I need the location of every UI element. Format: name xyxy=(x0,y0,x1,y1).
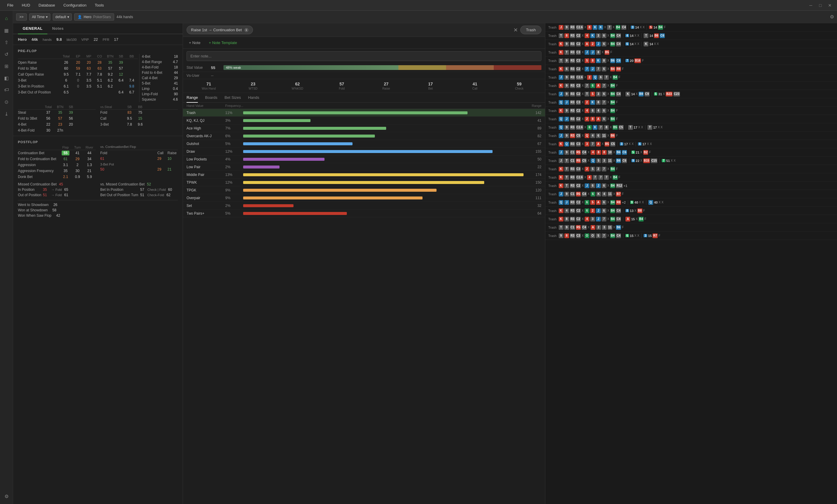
close-button[interactable]: ✕ xyxy=(826,1,834,10)
minimize-button[interactable]: ─ xyxy=(807,1,815,10)
note-close-button[interactable]: ✕ xyxy=(513,27,518,33)
range-row-tpwk[interactable]: TPWK 12% 150 xyxy=(183,179,545,186)
menu-hud[interactable]: HUD xyxy=(18,2,34,8)
sidebar-settings-icon[interactable]: ⚙ xyxy=(1,491,12,502)
menu-database[interactable]: Database xyxy=(34,2,59,8)
range-row-overcards[interactable]: Overcards AK-J 6% 82 xyxy=(183,132,545,140)
stat-fold-3bet: Fold to 3Bet 60 59 63 63 57 57 xyxy=(18,66,138,72)
hand-row[interactable]: Trash J9C1R5C4 X 48810 X B6C6 521XB2F xyxy=(545,148,837,156)
sidebar-database-icon[interactable]: ⊙ xyxy=(1,96,12,107)
trash-button[interactable]: Trash xyxy=(520,25,541,34)
hand-row[interactable]: Trash J9R3C2 X T536 X B4C4 K14XB9C9 531X… xyxy=(545,90,837,98)
content-area: GENERAL Notes Hero 44k hands 9.8 bb/100 … xyxy=(13,23,837,504)
hand-row[interactable]: Trash T8R3C2 X 4K36 X B4C4 414XX T14B6C6 xyxy=(545,32,837,40)
stats-panel: GENERAL Notes Hero 44k hands 9.8 bb/100 … xyxy=(13,23,183,504)
range-row-gutshot[interactable]: Gutshot 5% 67 xyxy=(183,140,545,148)
note-info-icon[interactable]: ℹ xyxy=(244,28,249,32)
range-row-low-pair[interactable]: Low Pair 2% 22 xyxy=(183,163,545,171)
hand-row[interactable]: Trash J9R3C5 X Q4611 X B6F xyxy=(545,132,837,140)
expand-button[interactable]: >> xyxy=(16,13,27,21)
stat-fold-to-3bet-steal: Fold to 3Bet 56 57 56 xyxy=(18,115,96,122)
stat-steal: Steal 37 35 39 xyxy=(18,110,96,115)
nav-tab-range[interactable]: Range xyxy=(186,93,198,103)
hand-row[interactable]: Trash KTR3C3 X 2527 X B4F xyxy=(545,165,837,173)
menu-configuration[interactable]: Configuration xyxy=(59,2,91,8)
preflop-col-headers: Total EP MP CO BTN SB BB xyxy=(18,54,138,59)
hand-row[interactable]: Trash J9C1R5C4 X 6K411 X B7F xyxy=(545,190,837,198)
range-row-set[interactable]: Set 2% 32 xyxy=(183,202,545,210)
hero-pfr-label: PFR xyxy=(103,38,109,41)
stat-5bet: 5-Bet 41 xyxy=(142,81,178,86)
hand-row[interactable]: Trash KTR3C2.6 X 4777 X B4F xyxy=(545,173,837,182)
time-range-dropdown[interactable]: All Time ▾ xyxy=(29,13,50,21)
hand-row[interactable]: Trash K9R3C2 X 4646 X B4F xyxy=(545,107,837,115)
add-note-button[interactable]: + Note xyxy=(186,39,203,46)
nav-tab-bet-sizes[interactable]: Bet Sizes xyxy=(225,93,241,102)
nav-tab-boards[interactable]: Boards xyxy=(205,93,217,102)
hand-row[interactable]: Trash 98R3C3 X OO57 X B4C4 615XX 315R7F xyxy=(545,231,837,240)
stat-fold-cbet: Fold to Continuation Bet 61 29 34 xyxy=(18,156,96,162)
range-row-ace-high[interactable]: Ace High 7% 89 xyxy=(183,125,545,132)
hero-bb100: 9.8 xyxy=(56,37,62,42)
stat-limp-fold: Limp-Fold 90 xyxy=(142,91,178,97)
range-row-trash[interactable]: Trash 11% 142 xyxy=(183,109,545,117)
hand-row[interactable]: Trash QJR3C2 X 65A6 X B4R8+2 940XX Q40XX xyxy=(545,198,837,207)
sidebar-stats-icon[interactable]: ◧ xyxy=(1,73,12,83)
stat-value-label: Stat Value xyxy=(186,66,208,70)
sidebar-home-icon[interactable]: ⌂ xyxy=(1,13,12,24)
sidebar-hud-icon[interactable]: ▦ xyxy=(1,25,12,36)
hand-row[interactable]: Trash KTR3C3 X JJ8 X B5F xyxy=(545,48,837,57)
tab-notes[interactable]: Notes xyxy=(47,23,69,34)
sidebar-share-icon[interactable]: ⇧ xyxy=(1,37,12,48)
hand-row[interactable]: Trash KTR3C2 X J6J6 X B4R12+1 xyxy=(545,182,837,190)
stat-limp: Limp 0.4 xyxy=(142,86,178,91)
stat-3bet-oop: 3-Bet Out of Position 6.5 6.4 6.7 xyxy=(18,89,138,95)
range-row-low-pockets[interactable]: Low Pockets 4% 50 xyxy=(183,155,545,163)
range-row-tpgk[interactable]: TPGK 9% 120 xyxy=(183,186,545,194)
nav-tab-hands[interactable]: Hands xyxy=(248,93,259,102)
hand-row[interactable]: Trash K9R3C3 X 76A7 X B4F xyxy=(545,81,837,90)
menu-file[interactable]: File xyxy=(3,2,18,8)
range-row-middle-pair[interactable]: Middle Pair 13% 174 xyxy=(183,171,545,179)
stat-agg-freq: Aggression Frequency 35 30 21 xyxy=(18,168,96,174)
add-template-button[interactable]: + Note Template xyxy=(207,39,239,46)
hand-row[interactable]: Trash K6R3C2 X 7J76 X B4R8F xyxy=(545,65,837,73)
range-row-draw[interactable]: Draw 12% 155 xyxy=(183,148,545,155)
hand-row[interactable]: Trash QJR3C3 X 2K87 X B4F xyxy=(545,98,837,107)
hand-row[interactable]: Trash KQR3C3 X 37A X B5C5 317XX 617XX xyxy=(545,140,837,148)
hand-row[interactable]: Trash T9C1R5C4 X A2311 X B6F xyxy=(545,223,837,231)
stat-4bet-range: 4-Bet Range 4.7 xyxy=(142,59,178,64)
stat-bar-label: 48% weak xyxy=(226,65,241,70)
menu-tools[interactable]: Tools xyxy=(91,2,108,8)
maximize-button[interactable]: □ xyxy=(816,1,824,10)
range-row-two-pairs[interactable]: Two Pairs+ 5% 64 xyxy=(183,210,545,217)
profile-dropdown[interactable]: default ▾ xyxy=(53,13,72,21)
menu-bar: File HUD Database Configuration Tools ─ … xyxy=(0,0,837,11)
stat-aggression: Aggression 3.1 2 1.3 xyxy=(18,162,96,168)
hero-vpip-val: 22 xyxy=(93,37,98,42)
hands-panel: .hr { display:flex;align-items:center;pa… xyxy=(545,23,837,504)
range-table: Hand Value Frequency... Range Trash 11% … xyxy=(183,103,545,504)
gear-button[interactable]: ⚙ xyxy=(830,14,834,20)
hand-row[interactable]: Trash J9R3C2.6 X 2Q67 X B4F xyxy=(545,73,837,81)
hand-row[interactable]: Trash JTC1R5C5 X Q5311 X B6C6 922XB15C15… xyxy=(545,156,837,165)
sidebar-tag-icon[interactable]: 🏷 xyxy=(1,85,12,95)
hand-row[interactable]: Trash T9R3C3 X 58K8 X B6C6 720B16F xyxy=(545,57,837,65)
stat-4bet: 4-Bet 18 xyxy=(142,54,178,59)
note-input[interactable]: Enter note... xyxy=(186,51,541,61)
tab-general[interactable]: GENERAL xyxy=(18,23,47,34)
vs-user-label: Vs-User xyxy=(186,74,208,78)
hand-row[interactable]: Trash K4R3C2 X 62J6 X B4C4 813XB8F xyxy=(545,207,837,215)
sidebar-filter-icon[interactable]: ⊞ xyxy=(1,61,12,72)
range-row-overpair[interactable]: Overpair 9% 111 xyxy=(183,194,545,202)
stat-fold-to-4bet: Fold to 4-Bet 44 xyxy=(142,70,178,75)
hand-row[interactable]: Trash K9R3C2 X A2J6 X B4C4 614XX K14XX xyxy=(545,40,837,48)
hand-row[interactable]: Trash J9R3C2.6 X 8KK X 7XB4C4 314XX 514B… xyxy=(545,23,837,32)
hand-row[interactable]: Trash K8R3C2 X 43J7 X B4C4 A15XB4F xyxy=(545,215,837,223)
sidebar-import-icon[interactable]: ⤓ xyxy=(1,108,12,119)
sidebar-replay-icon[interactable]: ↺ xyxy=(1,49,12,59)
hero-section: Hero 44k hands 9.8 bb/100 VPIP 22 PFR 17 xyxy=(13,34,183,45)
hand-row[interactable]: Trash QJR3C2 X 28A6 X B4F xyxy=(545,115,837,123)
hand-row[interactable]: Trash Q9R3C2.6 X 6K78 X B5C5 T17XX T17XX xyxy=(545,123,837,132)
range-row-kq-kj-qj[interactable]: KQ, KJ, QJ 3% 41 xyxy=(183,117,545,125)
